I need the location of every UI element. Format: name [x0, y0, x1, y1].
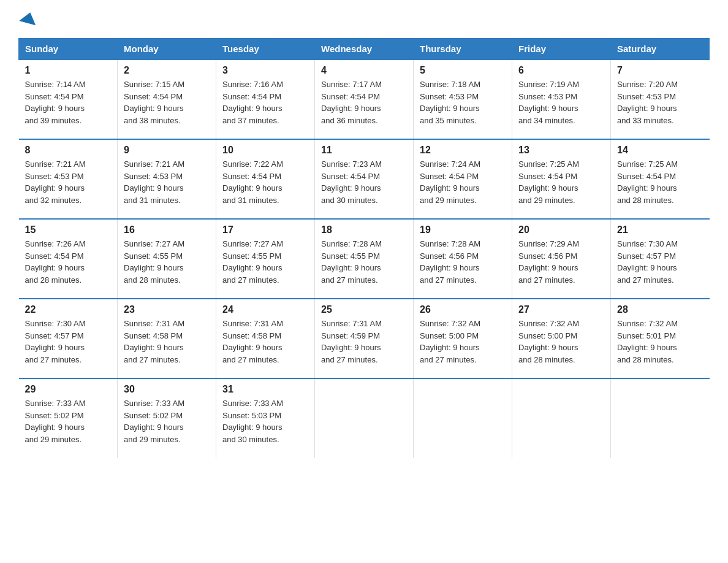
calendar-cell: 10 Sunrise: 7:22 AMSunset: 4:54 PMDaylig… [216, 139, 315, 219]
calendar-cell: 22 Sunrise: 7:30 AMSunset: 4:57 PMDaylig… [19, 299, 118, 378]
day-number: 10 [222, 145, 308, 156]
day-info: Sunrise: 7:19 AMSunset: 4:53 PMDaylight:… [518, 80, 579, 125]
calendar-cell: 21 Sunrise: 7:30 AMSunset: 4:57 PMDaylig… [611, 219, 710, 299]
page-header [18, 12, 710, 26]
day-number: 19 [420, 224, 506, 236]
calendar-table: SundayMondayTuesdayWednesdayThursdayFrid… [18, 38, 710, 458]
header-sunday: Sunday [19, 39, 118, 60]
day-number: 29 [25, 384, 112, 395]
day-info: Sunrise: 7:32 AMSunset: 5:00 PMDaylight:… [420, 319, 480, 364]
day-info: Sunrise: 7:28 AMSunset: 4:55 PMDaylight:… [321, 239, 382, 285]
calendar-cell: 7 Sunrise: 7:20 AMSunset: 4:53 PMDayligh… [611, 59, 710, 139]
calendar-cell: 23 Sunrise: 7:31 AMSunset: 4:58 PMDaylig… [118, 299, 216, 378]
calendar-cell: 9 Sunrise: 7:21 AMSunset: 4:53 PMDayligh… [118, 139, 216, 219]
day-number: 9 [124, 145, 210, 156]
header-wednesday: Wednesday [315, 39, 414, 60]
day-info: Sunrise: 7:28 AMSunset: 4:56 PMDaylight:… [420, 239, 480, 285]
day-number: 7 [617, 65, 703, 76]
calendar-week-row: 15 Sunrise: 7:26 AMSunset: 4:54 PMDaylig… [19, 219, 710, 299]
day-info: Sunrise: 7:31 AMSunset: 4:58 PMDaylight:… [222, 319, 283, 364]
day-number: 24 [222, 304, 308, 315]
calendar-cell: 14 Sunrise: 7:25 AMSunset: 4:54 PMDaylig… [611, 139, 710, 219]
calendar-cell: 5 Sunrise: 7:18 AMSunset: 4:53 PMDayligh… [414, 59, 512, 139]
calendar-cell: 30 Sunrise: 7:33 AMSunset: 5:02 PMDaylig… [118, 378, 216, 458]
logo [18, 12, 37, 26]
day-number: 16 [124, 224, 210, 236]
day-info: Sunrise: 7:18 AMSunset: 4:53 PMDaylight:… [420, 80, 480, 125]
header-saturday: Saturday [611, 39, 710, 60]
day-info: Sunrise: 7:25 AMSunset: 4:54 PMDaylight:… [617, 159, 678, 205]
day-info: Sunrise: 7:31 AMSunset: 4:58 PMDaylight:… [124, 319, 184, 364]
day-number: 20 [518, 224, 604, 236]
calendar-cell: 26 Sunrise: 7:32 AMSunset: 5:00 PMDaylig… [414, 299, 512, 378]
calendar-cell: 31 Sunrise: 7:33 AMSunset: 5:03 PMDaylig… [216, 378, 315, 458]
header-friday: Friday [512, 39, 611, 60]
day-info: Sunrise: 7:27 AMSunset: 4:55 PMDaylight:… [124, 239, 184, 285]
calendar-cell: 17 Sunrise: 7:27 AMSunset: 4:55 PMDaylig… [216, 219, 315, 299]
calendar-cell: 1 Sunrise: 7:14 AMSunset: 4:54 PMDayligh… [19, 59, 118, 139]
day-info: Sunrise: 7:30 AMSunset: 4:57 PMDaylight:… [25, 319, 86, 364]
day-info: Sunrise: 7:16 AMSunset: 4:54 PMDaylight:… [222, 80, 283, 125]
day-number: 2 [124, 65, 210, 76]
calendar-cell: 24 Sunrise: 7:31 AMSunset: 4:58 PMDaylig… [216, 299, 315, 378]
calendar-week-row: 22 Sunrise: 7:30 AMSunset: 4:57 PMDaylig… [19, 299, 710, 378]
day-number: 27 [518, 304, 604, 315]
day-number: 30 [124, 384, 210, 395]
day-number: 18 [321, 224, 407, 236]
day-number: 8 [25, 145, 112, 156]
day-number: 3 [222, 65, 308, 76]
day-info: Sunrise: 7:20 AMSunset: 4:53 PMDaylight:… [617, 80, 678, 125]
day-number: 1 [25, 65, 112, 76]
header-monday: Monday [118, 39, 216, 60]
day-number: 12 [420, 145, 506, 156]
day-number: 14 [617, 145, 703, 156]
day-number: 5 [420, 65, 506, 76]
calendar-cell: 27 Sunrise: 7:32 AMSunset: 5:00 PMDaylig… [512, 299, 611, 378]
day-info: Sunrise: 7:21 AMSunset: 4:53 PMDaylight:… [124, 159, 184, 205]
day-info: Sunrise: 7:27 AMSunset: 4:55 PMDaylight:… [222, 239, 283, 285]
day-info: Sunrise: 7:31 AMSunset: 4:59 PMDaylight:… [321, 319, 382, 364]
calendar-cell [512, 378, 611, 458]
calendar-cell: 29 Sunrise: 7:33 AMSunset: 5:02 PMDaylig… [19, 378, 118, 458]
calendar-week-row: 8 Sunrise: 7:21 AMSunset: 4:53 PMDayligh… [19, 139, 710, 219]
day-info: Sunrise: 7:14 AMSunset: 4:54 PMDaylight:… [25, 80, 86, 125]
calendar-cell: 4 Sunrise: 7:17 AMSunset: 4:54 PMDayligh… [315, 59, 414, 139]
day-number: 13 [518, 145, 604, 156]
calendar-cell: 15 Sunrise: 7:26 AMSunset: 4:54 PMDaylig… [19, 219, 118, 299]
calendar-cell: 8 Sunrise: 7:21 AMSunset: 4:53 PMDayligh… [19, 139, 118, 219]
calendar-cell: 18 Sunrise: 7:28 AMSunset: 4:55 PMDaylig… [315, 219, 414, 299]
day-number: 4 [321, 65, 407, 76]
day-info: Sunrise: 7:25 AMSunset: 4:54 PMDaylight:… [518, 159, 579, 205]
day-number: 22 [25, 304, 112, 315]
calendar-cell: 6 Sunrise: 7:19 AMSunset: 4:53 PMDayligh… [512, 59, 611, 139]
day-number: 31 [222, 384, 308, 395]
calendar-week-row: 1 Sunrise: 7:14 AMSunset: 4:54 PMDayligh… [19, 59, 710, 139]
day-number: 21 [617, 224, 703, 236]
calendar-cell: 12 Sunrise: 7:24 AMSunset: 4:54 PMDaylig… [414, 139, 512, 219]
day-info: Sunrise: 7:17 AMSunset: 4:54 PMDaylight:… [321, 80, 382, 125]
day-number: 26 [420, 304, 506, 315]
day-info: Sunrise: 7:29 AMSunset: 4:56 PMDaylight:… [518, 239, 579, 285]
calendar-week-row: 29 Sunrise: 7:33 AMSunset: 5:02 PMDaylig… [19, 378, 710, 458]
day-info: Sunrise: 7:24 AMSunset: 4:54 PMDaylight:… [420, 159, 480, 205]
header-tuesday: Tuesday [216, 39, 315, 60]
day-info: Sunrise: 7:33 AMSunset: 5:02 PMDaylight:… [124, 399, 184, 444]
day-info: Sunrise: 7:32 AMSunset: 5:00 PMDaylight:… [518, 319, 579, 364]
calendar-cell: 16 Sunrise: 7:27 AMSunset: 4:55 PMDaylig… [118, 219, 216, 299]
day-number: 6 [518, 65, 604, 76]
day-number: 23 [124, 304, 210, 315]
logo-triangle-icon [19, 10, 39, 26]
calendar-cell: 3 Sunrise: 7:16 AMSunset: 4:54 PMDayligh… [216, 59, 315, 139]
day-info: Sunrise: 7:32 AMSunset: 5:01 PMDaylight:… [617, 319, 678, 364]
calendar-cell: 11 Sunrise: 7:23 AMSunset: 4:54 PMDaylig… [315, 139, 414, 219]
day-number: 28 [617, 304, 703, 315]
day-info: Sunrise: 7:33 AMSunset: 5:03 PMDaylight:… [222, 399, 283, 444]
day-info: Sunrise: 7:33 AMSunset: 5:02 PMDaylight:… [25, 399, 86, 444]
calendar-cell: 25 Sunrise: 7:31 AMSunset: 4:59 PMDaylig… [315, 299, 414, 378]
day-info: Sunrise: 7:21 AMSunset: 4:53 PMDaylight:… [25, 159, 86, 205]
day-number: 15 [25, 224, 112, 236]
day-info: Sunrise: 7:22 AMSunset: 4:54 PMDaylight:… [222, 159, 283, 205]
day-info: Sunrise: 7:26 AMSunset: 4:54 PMDaylight:… [25, 239, 86, 285]
calendar-cell [414, 378, 512, 458]
day-info: Sunrise: 7:30 AMSunset: 4:57 PMDaylight:… [617, 239, 678, 285]
